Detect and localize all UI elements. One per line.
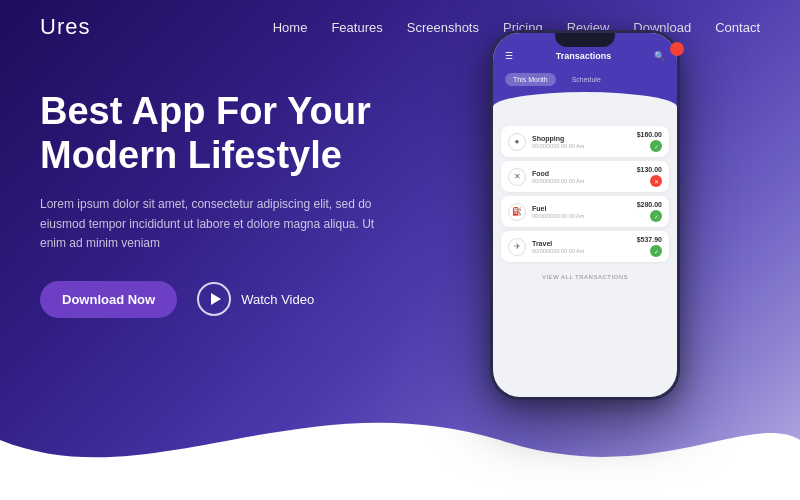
transactions-list: ● Shopping 00/00/0000 00:00 Am $160.00 ✓… (493, 122, 677, 270)
tx-date: 00/00/0000 00:00 Am (532, 143, 637, 149)
tx-amount: $130.00 (637, 166, 662, 173)
phone-mockup: ☰ Transactions 🔍 This Month Schedule ● (490, 30, 680, 400)
hero-section: Ures Home Features Screenshots Pricing R… (0, 0, 800, 500)
app-tabs: This Month Schedule (493, 69, 677, 92)
table-row: ✕ Food 00/00/0000 00:00 Am $130.00 ✕ (501, 161, 669, 192)
tx-right: $160.00 ✓ (637, 131, 662, 152)
menu-icon: ☰ (505, 51, 513, 61)
tx-badge-green: ✓ (650, 210, 662, 222)
tx-name: Food (532, 170, 637, 177)
app-title: Transactions (513, 51, 654, 61)
phone-screen: ☰ Transactions 🔍 This Month Schedule ● (493, 33, 677, 397)
tx-name: Shopping (532, 135, 637, 142)
nav-contact[interactable]: Contact (715, 20, 760, 35)
view-all-link[interactable]: VIEW ALL TRANSACTIONS (493, 270, 677, 284)
tx-right: $537.90 ✓ (637, 236, 662, 257)
tab-this-month[interactable]: This Month (505, 73, 556, 86)
tx-details: Shopping 00/00/0000 00:00 Am (532, 135, 637, 149)
notification-badge (670, 42, 684, 56)
tx-icon-fuel: ⛽ (508, 203, 526, 221)
wave-decoration (0, 380, 800, 500)
nav-features[interactable]: Features (331, 20, 382, 35)
play-triangle-icon (211, 293, 221, 305)
hero-buttons: Download Now Watch Video (40, 281, 380, 318)
tx-icon-travel: ✈ (508, 238, 526, 256)
tx-details: Fuel 00/00/0000 00:00 Am (532, 205, 637, 219)
tx-right: $280.00 ✓ (637, 201, 662, 222)
tx-date: 00/00/0000 00:00 Am (532, 178, 637, 184)
hero-description: Lorem ipsum dolor sit amet, consectetur … (40, 195, 380, 253)
hero-title: Best App For Your Modern Lifestyle (40, 90, 380, 177)
hero-content: Best App For Your Modern Lifestyle Lorem… (40, 90, 380, 318)
tx-amount: $160.00 (637, 131, 662, 138)
tx-icon-food: ✕ (508, 168, 526, 186)
nav-home[interactable]: Home (273, 20, 308, 35)
download-button[interactable]: Download Now (40, 281, 177, 318)
nav-screenshots[interactable]: Screenshots (407, 20, 479, 35)
tx-amount: $537.90 (637, 236, 662, 243)
play-icon (197, 282, 231, 316)
table-row: ● Shopping 00/00/0000 00:00 Am $160.00 ✓ (501, 126, 669, 157)
tx-date: 00/00/0000 00:00 Am (532, 213, 637, 219)
tx-badge-green: ✓ (650, 140, 662, 152)
tx-right: $130.00 ✕ (637, 166, 662, 187)
tx-icon-shopping: ● (508, 133, 526, 151)
tab-schedule[interactable]: Schedule (564, 73, 609, 86)
phone-notch (555, 33, 615, 47)
search-icon: 🔍 (654, 51, 665, 61)
app-wave (493, 92, 677, 122)
tx-amount: $280.00 (637, 201, 662, 208)
tx-date: 00/00/0000 00:00 Am (532, 248, 637, 254)
watch-video-button[interactable]: Watch Video (197, 282, 314, 316)
tx-badge-red: ✕ (650, 175, 662, 187)
table-row: ✈ Travel 00/00/0000 00:00 Am $537.90 ✓ (501, 231, 669, 262)
tx-name: Fuel (532, 205, 637, 212)
logo-text: Ures (40, 14, 90, 39)
tx-details: Travel 00/00/0000 00:00 Am (532, 240, 637, 254)
tx-badge-green: ✓ (650, 245, 662, 257)
phone-frame: ☰ Transactions 🔍 This Month Schedule ● (490, 30, 680, 400)
table-row: ⛽ Fuel 00/00/0000 00:00 Am $280.00 ✓ (501, 196, 669, 227)
tx-details: Food 00/00/0000 00:00 Am (532, 170, 637, 184)
tx-name: Travel (532, 240, 637, 247)
logo[interactable]: Ures (40, 14, 90, 40)
